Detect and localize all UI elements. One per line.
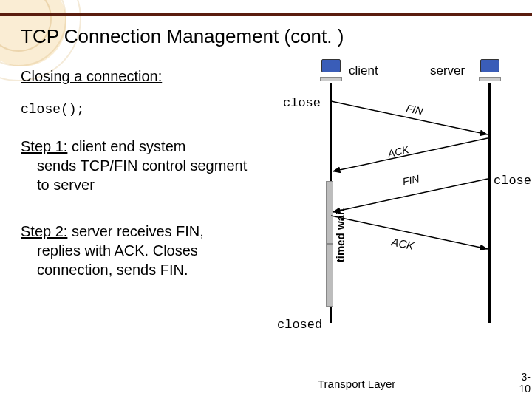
- step-2-heading: Step 2:: [21, 223, 67, 239]
- client-computer-icon: [318, 59, 344, 81]
- step-2-body: replies with ACK. Closes connection, sen…: [37, 241, 250, 279]
- step-1-block: Step 1: client end system sends TCP/FIN …: [21, 137, 250, 194]
- step-2-lead: server receives FIN,: [67, 223, 203, 239]
- section-heading: Closing a connection:: [21, 68, 162, 85]
- step-2-block: Step 2: server receives FIN, replies wit…: [21, 222, 250, 279]
- server-computer-icon: [477, 59, 503, 81]
- top-rule: [0, 13, 532, 16]
- footer-text: Transport Layer: [318, 378, 395, 390]
- event-client-close: close: [283, 96, 321, 110]
- slide-title: TCP Connection Management (cont. ): [21, 25, 344, 48]
- step-1-body: sends TCP/FIN control segment to server: [37, 156, 250, 194]
- event-server-close: close: [494, 174, 531, 188]
- sequence-diagram: client server FIN ACK FIN ACK close clos…: [259, 59, 525, 355]
- step-1-heading: Step 1:: [21, 138, 67, 154]
- page-number: 3-10: [519, 372, 531, 395]
- code-snippet: close();: [21, 102, 84, 117]
- timed-wait-label: timed wait: [334, 195, 347, 276]
- corner-decoration: [0, 0, 111, 111]
- event-closed: closed: [277, 318, 322, 332]
- server-label: server: [430, 64, 465, 78]
- client-label: client: [349, 64, 378, 78]
- message-arrows: [259, 83, 510, 334]
- step-1-lead: client end system: [67, 138, 185, 154]
